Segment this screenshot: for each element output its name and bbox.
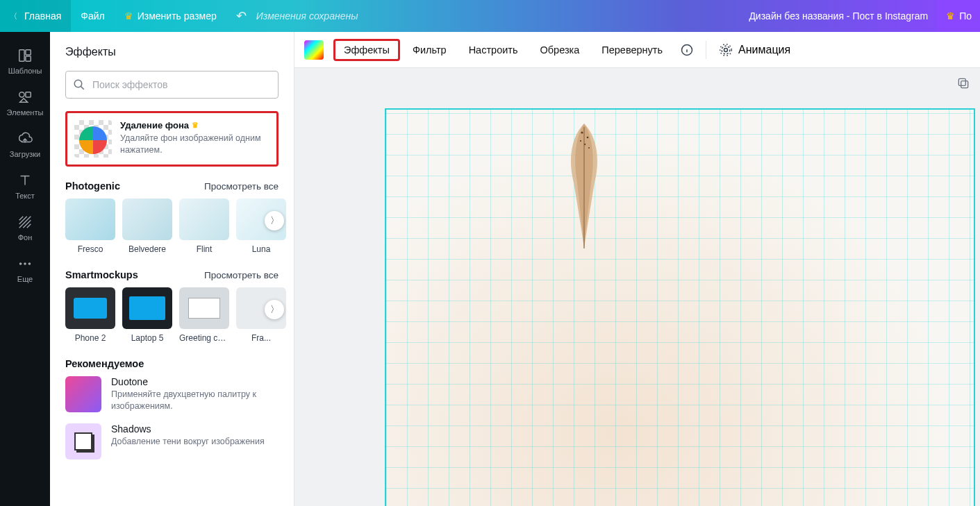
panel-scroll[interactable]: Удаление фона♛ Удаляйте фон изображений … [50,71,294,506]
thumb-label: Fra... [236,333,286,343]
crown-icon: ♛ [124,10,133,22]
premium-button[interactable]: ♛ По [938,0,980,32]
effect-thumb[interactable]: Belvedere [122,199,172,254]
svg-point-7 [28,262,31,265]
side-rail: Шаблоны Элементы Загрузки Текст Фон Еще [0,32,50,506]
svg-rect-13 [961,81,968,88]
top-menubar: 〈 Главная Файл ♛ Изменить размер ↶ Измен… [0,0,980,32]
rail-label: Текст [15,192,35,200]
rec-desc: Применяйте двухцветную палитру к изображ… [111,389,279,412]
undo-button[interactable]: ↶ Изменения сохранены [226,0,368,32]
svg-point-11 [722,46,730,54]
svg-point-8 [74,80,82,87]
mockup-thumb[interactable]: Laptop 5 [122,287,172,343]
canvas-copy-button[interactable] [956,76,970,93]
home-menu[interactable]: 〈 Главная [0,0,71,32]
adjust-tab[interactable]: Настроить [459,40,528,60]
svg-point-10 [724,48,728,51]
info-button[interactable] [679,42,695,58]
top-left-group: 〈 Главная Файл ♛ Изменить размер ↶ Измен… [0,0,367,32]
file-menu[interactable]: Файл [71,0,114,32]
chevron-left-icon: 〈 [10,11,17,22]
rail-label: Фон [18,233,33,242]
artboard[interactable] [385,108,975,506]
crop-tab[interactable]: Обрезка [531,40,590,60]
effects-panel: Эффекты Удаление фона♛ Удаляйте фон изоб… [50,32,294,506]
search-box[interactable] [65,71,279,99]
chevron-right-icon: 〉 [270,214,279,227]
section-title: Smartmockups [65,269,138,280]
document-title[interactable]: Дизайн без названия - Пост в Instagram [749,10,928,22]
duotone-item[interactable]: Duotone Применяйте двухцветную палитру к… [65,376,279,412]
file-label: Файл [81,10,104,22]
rail-elements[interactable]: Элементы [0,82,50,124]
home-label: Главная [24,10,61,22]
shadows-item[interactable]: Shadows Добавление тени вокруг изображен… [65,423,279,459]
scroll-right-button[interactable]: 〉 [265,300,284,319]
color-swatch[interactable] [304,40,324,60]
feat-desc: Удаляйте фон изображений одним нажатием. [120,133,269,156]
thumb-label: Phone 2 [65,333,115,343]
premium-label: По [959,10,972,22]
more-icon [17,255,33,272]
thumb-label: Laptop 5 [122,333,172,343]
photogenic-section: Photogenic Просмотреть все Fresco Belved… [65,180,279,254]
thumb-label: Fresco [65,244,115,254]
undo-icon: ↶ [236,8,247,24]
effects-tab[interactable]: Эффекты [333,39,400,61]
svg-rect-14 [958,78,965,85]
effect-thumb[interactable]: Fresco [65,199,115,254]
search-input[interactable] [92,79,271,90]
resize-label: Изменить размер [138,10,217,22]
rec-title: Duotone [111,376,279,387]
svg-rect-1 [26,50,31,55]
rail-more[interactable]: Еще [0,248,50,290]
panel-title: Эффекты [50,32,294,71]
rail-templates[interactable]: Шаблоны [0,40,50,82]
background-remover-card[interactable]: Удаление фона♛ Удаляйте фон изображений … [65,111,279,167]
flip-tab[interactable]: Перевернуть [592,40,672,60]
see-all-link[interactable]: Просмотреть все [204,181,279,192]
rec-title: Shadows [111,423,279,435]
recommended-section: Рекомендуемое Duotone Применяйте двухцве… [65,358,279,459]
top-right-group: Дизайн без названия - Пост в Instagram ♛… [749,0,980,32]
toolbar-separator [706,41,706,59]
svg-point-6 [24,262,26,265]
thumb-label: Luna [236,244,286,254]
animation-button[interactable]: Анимация [719,43,790,57]
scroll-right-button[interactable]: 〉 [265,211,284,230]
svg-point-17 [584,144,585,145]
svg-point-18 [580,140,581,142]
svg-rect-0 [19,50,24,62]
mockup-thumb[interactable]: Phone 2 [65,287,115,343]
rail-uploads[interactable]: Загрузки [0,124,50,165]
rail-text[interactable]: Текст [0,165,50,207]
section-title: Photogenic [65,180,120,192]
duotone-thumb [65,376,101,412]
mockup-thumb[interactable]: Greeting car... [179,287,229,343]
uploads-icon [17,130,33,147]
effect-thumb[interactable]: Flint [179,199,229,254]
rail-label: Еще [17,275,33,283]
svg-point-16 [587,137,589,139]
crown-icon: ♛ [192,121,199,130]
see-all-link[interactable]: Просмотреть все [204,270,279,280]
elements-icon [17,89,33,106]
resize-menu[interactable]: ♛ Изменить размер [115,0,226,32]
smartmockups-section: Smartmockups Просмотреть все Phone 2 Lap… [65,269,279,343]
rec-desc: Добавление тени вокруг изображения [111,436,279,448]
templates-icon [17,47,33,64]
canvas-area[interactable] [294,68,980,506]
rail-label: Шаблоны [8,67,42,75]
svg-point-19 [588,147,590,149]
rail-background[interactable]: Фон [0,207,50,248]
svg-point-3 [19,92,24,97]
svg-rect-2 [26,56,31,61]
rail-label: Элементы [7,108,44,117]
context-toolbar: Эффекты Фильтр Настроить Обрезка Перевер… [294,32,980,68]
search-icon [73,78,85,91]
thumb-label: Greeting car... [179,333,229,343]
filter-tab[interactable]: Фильтр [403,40,456,60]
svg-point-5 [19,262,22,265]
copy-icon [956,76,970,90]
